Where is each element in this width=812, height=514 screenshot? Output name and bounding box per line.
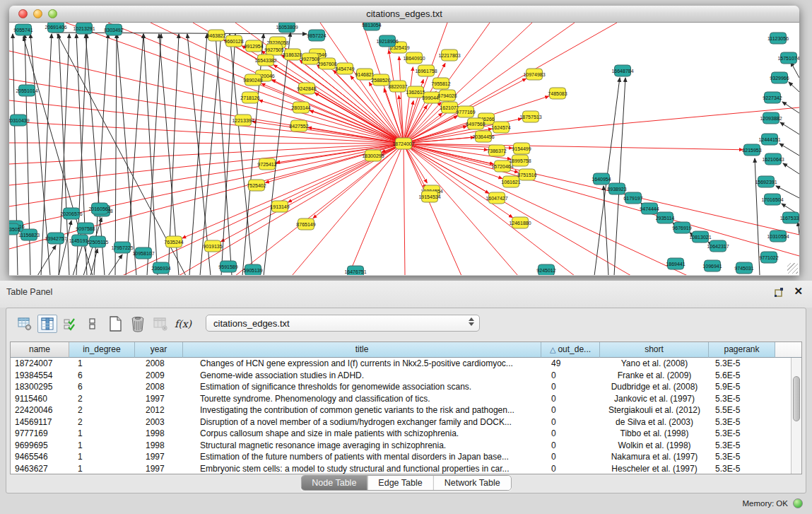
graph-node[interactable]: 8186328 <box>283 49 302 60</box>
table-row[interactable]: 946554611997Estimation of the future num… <box>11 451 791 463</box>
graph-node[interactable]: 9912954 <box>244 40 263 52</box>
graph-node[interactable]: 16210643 <box>762 153 784 165</box>
graph-node[interactable]: 13942757 <box>45 233 66 244</box>
graph-node[interactable]: 16961758 <box>415 65 437 76</box>
graph-node[interactable]: 20310439 <box>9 115 30 126</box>
graph-node[interactable]: 9055741 <box>13 24 33 35</box>
graph-node[interactable]: 18995758 <box>509 155 531 166</box>
close-panel-icon[interactable]: ✕ <box>794 285 803 298</box>
graph-node[interactable]: 8427552 <box>289 120 308 132</box>
graph-node[interactable]: 12093882 <box>760 112 782 124</box>
graph-node[interactable]: 2718126 <box>240 92 259 103</box>
table-row[interactable]: 969969511998Structural magnetic resonanc… <box>11 440 791 452</box>
column-header-title[interactable]: title <box>183 342 541 358</box>
graph-node[interactable]: 12213394 <box>232 115 254 126</box>
graph-node[interactable]: 9154499 <box>512 143 531 154</box>
graph-node[interactable]: 19154534 <box>418 191 440 202</box>
graph-node[interactable]: 18724007 <box>392 138 414 149</box>
table-row[interactable]: 1938455462009Genome-wide association stu… <box>11 370 791 382</box>
graph-node[interactable]: 9245012 <box>536 264 555 275</box>
scrollbar-thumb[interactable] <box>793 376 800 421</box>
graph-node[interactable]: 9097588 <box>76 223 95 234</box>
graph-node[interactable]: 7386372 <box>487 145 506 156</box>
graph-node[interactable]: 8822037 <box>388 81 407 92</box>
graph-node[interactable]: 16047427 <box>486 192 507 204</box>
graph-node[interactable]: 8215953 <box>742 144 761 156</box>
graph-node[interactable]: 7635244 <box>164 236 183 247</box>
graph-node[interactable]: 9591589 <box>218 261 237 272</box>
graph-node[interactable]: 16543382 <box>254 54 276 66</box>
table-row[interactable]: 2242004622012Investigating the contribut… <box>11 404 791 416</box>
graph-node[interactable]: 9676919 <box>672 222 691 233</box>
column-header-year[interactable]: year <box>135 342 183 358</box>
graph-node[interactable]: 12444151 <box>758 134 780 145</box>
float-panel-icon[interactable] <box>774 286 785 300</box>
graph-node[interactable]: 16648784 <box>611 65 633 76</box>
graph-node[interactable]: 8751516 <box>517 169 536 180</box>
tab-network-table[interactable]: Network Table <box>433 476 511 490</box>
show-column-icon[interactable] <box>37 315 57 333</box>
graph-node[interactable]: 2967608 <box>317 58 336 69</box>
graph-node[interactable]: 9474444 <box>640 203 659 214</box>
graph-node[interactable]: 9725412 <box>257 158 276 170</box>
table-row[interactable]: 1872400712008Changes of HCN gene express… <box>11 358 791 370</box>
graph-node[interactable]: 7955812 <box>431 78 450 89</box>
graph-node[interactable]: 9777169 <box>456 106 475 117</box>
graph-node[interactable]: 12505115 <box>87 236 109 247</box>
table-chooser-dropdown[interactable]: citations_edges.txt <box>206 315 480 332</box>
graph-node[interactable]: 9890248 <box>243 74 262 86</box>
function-builder-icon[interactable]: f(x) <box>173 315 193 333</box>
graph-node[interactable]: 6497568 <box>466 118 485 129</box>
graph-node[interactable]: 1061621 <box>501 176 520 187</box>
new-table-icon[interactable] <box>105 315 125 333</box>
citation-network-graph[interactable]: 1872400718300295946382296601289912954232… <box>9 23 799 275</box>
tab-edge-table[interactable]: Edge Table <box>367 476 433 490</box>
graph-node[interactable]: 9329966 <box>770 72 789 83</box>
graph-node[interactable]: 18757513 <box>519 111 541 122</box>
graph-node[interactable]: 2935114 <box>656 212 675 223</box>
graph-node[interactable]: 9019135 <box>203 240 222 252</box>
table-row[interactable]: 977716911998Corpus callosum shape and si… <box>11 428 791 440</box>
table-mode-icon[interactable] <box>83 315 102 333</box>
graph-node[interactable]: 16476751 <box>344 266 366 275</box>
graph-node[interactable]: 10974983 <box>523 69 545 80</box>
column-header-name[interactable]: name <box>11 342 69 358</box>
column-header-pagerank[interactable]: pagerank <box>709 342 775 358</box>
graph-node[interactable]: 5905139 <box>243 264 262 275</box>
delete-table-trash-icon[interactable] <box>128 315 148 333</box>
graph-node[interactable]: 1913149 <box>270 201 289 212</box>
graph-node[interactable]: 17957225 <box>111 242 133 253</box>
graph-node[interactable]: 9227342 <box>763 92 782 103</box>
tab-node-table[interactable]: Node Table <box>301 476 367 490</box>
graph-node[interactable]: 17016504 <box>761 194 783 205</box>
graph-node[interactable]: 8813054 <box>362 23 381 30</box>
graph-node[interactable]: 11675331 <box>780 212 799 223</box>
window-titlebar[interactable]: citations_edges.txt <box>9 6 799 23</box>
graph-node[interactable]: 1640954 <box>592 173 611 185</box>
graph-node[interactable]: 9660128 <box>224 35 243 47</box>
graph-node[interactable]: 12461880 <box>509 217 531 228</box>
graph-node[interactable]: 11123056 <box>767 33 789 44</box>
graph-node[interactable]: 16053809 <box>276 23 298 33</box>
graph-node[interactable]: 8765149 <box>296 218 315 230</box>
memory-ok-indicator[interactable] <box>793 498 803 508</box>
graph-node[interactable]: 1869441 <box>666 258 685 269</box>
table-settings-icon[interactable] <box>15 315 35 333</box>
graph-node[interactable]: 20206576 <box>60 208 82 219</box>
graph-node[interactable]: 20551014 <box>16 85 37 96</box>
graph-node[interactable]: 18640910 <box>403 52 425 64</box>
graph-node[interactable]: 20364456 <box>472 131 494 142</box>
graph-node[interactable]: 19218906 <box>376 35 398 47</box>
graph-node[interactable]: 2366934 <box>151 262 170 274</box>
graph-node[interactable]: 10958107 <box>132 247 154 259</box>
graph-node[interactable]: 9913505 <box>9 223 20 235</box>
graph-node[interactable]: 15751074 <box>777 52 799 64</box>
vertical-scrollbar[interactable] <box>791 358 801 474</box>
graph-node[interactable]: 9857224 <box>307 30 326 41</box>
graph-node[interactable]: 1096941 <box>702 260 722 271</box>
graph-node[interactable]: 9463822 <box>206 30 225 41</box>
graph-node[interactable]: 10213291 <box>73 23 95 34</box>
graph-node[interactable]: 10642317 <box>707 240 729 252</box>
graph-node[interactable]: 7485083 <box>548 88 567 99</box>
graph-node[interactable]: 20160561 <box>88 203 110 214</box>
